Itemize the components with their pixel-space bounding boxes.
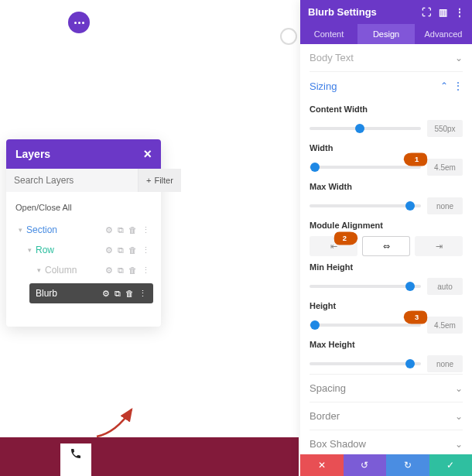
fab-more-button[interactable] bbox=[68, 12, 90, 33]
section-box-shadow[interactable]: Box Shadow ⌄ bbox=[310, 430, 463, 454]
save-button[interactable]: ✓ bbox=[429, 454, 473, 476]
gear-icon[interactable]: ⚙ bbox=[105, 245, 113, 255]
tree-column-row[interactable]: ▾Column ⚙ ⧉ 🗑 ⋮ bbox=[14, 260, 153, 280]
trash-icon[interactable]: 🗑 bbox=[128, 225, 137, 235]
section-label: Body Text bbox=[310, 52, 354, 63]
caret-down-icon: ▾ bbox=[26, 246, 32, 254]
bottom-bar bbox=[0, 437, 299, 476]
field-min-height: Min Height auto bbox=[310, 258, 463, 296]
height-value[interactable]: 4.5em bbox=[427, 317, 463, 334]
more-icon[interactable]: ⋮ bbox=[142, 225, 150, 235]
field-label: Max Width bbox=[310, 182, 463, 191]
plus-icon: + bbox=[146, 176, 151, 185]
field-height: Height 4.5em 3 bbox=[310, 296, 463, 335]
field-label: Max Height bbox=[310, 340, 463, 349]
content-width-value[interactable]: 550px bbox=[427, 120, 463, 137]
phone-icon bbox=[70, 447, 82, 460]
duplicate-icon[interactable]: ⧉ bbox=[118, 245, 124, 255]
layers-header: Layers × bbox=[6, 139, 161, 169]
tree-section-row[interactable]: ▾Section ⚙ ⧉ 🗑 ⋮ bbox=[14, 220, 153, 240]
align-left-button[interactable]: ⇤ bbox=[310, 236, 357, 256]
min-height-value[interactable]: auto bbox=[427, 278, 463, 295]
field-label: Width bbox=[310, 143, 463, 152]
settings-title: Blurb Settings bbox=[308, 6, 377, 18]
tree-row-row[interactable]: ▾Row ⚙ ⧉ 🗑 ⋮ bbox=[14, 240, 153, 260]
caret-down-icon: ▾ bbox=[36, 266, 42, 274]
caret-down-icon: ▾ bbox=[17, 226, 23, 234]
expand-icon[interactable]: ⛶ bbox=[422, 7, 431, 18]
blurb-label: Blurb bbox=[36, 288, 57, 299]
more-icon[interactable]: ⋮ bbox=[142, 265, 150, 276]
annotation-arrow bbox=[93, 402, 139, 440]
max-height-value[interactable]: none bbox=[427, 355, 463, 372]
row-label: Row bbox=[36, 245, 54, 255]
section-label: Box Shadow bbox=[310, 438, 366, 450]
trash-icon[interactable]: 🗑 bbox=[125, 289, 134, 299]
field-label: Content Width bbox=[310, 104, 463, 114]
field-label: Module Alignment bbox=[310, 221, 463, 230]
field-label: Min Height bbox=[310, 262, 463, 272]
section-label: Spacing bbox=[310, 382, 346, 394]
section-spacing[interactable]: Spacing ⌄ bbox=[310, 374, 463, 402]
tablet-icon[interactable]: ▥ bbox=[439, 7, 447, 18]
field-width: Width 4.5em 1 bbox=[310, 139, 463, 177]
more-icon[interactable]: ⋮ bbox=[139, 289, 147, 299]
align-center-button[interactable]: ⇔ bbox=[362, 236, 410, 256]
duplicate-icon[interactable]: ⧉ bbox=[115, 289, 121, 299]
section-label: Border bbox=[310, 410, 340, 422]
max-width-value[interactable]: none bbox=[427, 197, 463, 214]
height-slider[interactable] bbox=[310, 324, 421, 327]
content-width-slider[interactable] bbox=[310, 127, 421, 130]
section-body-text[interactable]: Body Text ⌄ bbox=[310, 44, 463, 71]
field-content-width: Content Width 550px bbox=[310, 100, 463, 139]
open-close-all[interactable]: Open/Close All bbox=[14, 200, 153, 220]
chevron-down-icon: ⌄ bbox=[455, 439, 463, 450]
max-width-slider[interactable] bbox=[310, 204, 421, 207]
section-label: Sizing bbox=[310, 80, 337, 92]
call-module-preview[interactable] bbox=[60, 443, 91, 476]
section-sizing[interactable]: Sizing ⌃ ⋮ bbox=[310, 71, 463, 100]
gear-icon[interactable]: ⚙ bbox=[105, 225, 113, 235]
edge-badge bbox=[280, 28, 297, 45]
redo-button[interactable]: ↻ bbox=[386, 454, 429, 476]
trash-icon[interactable]: 🗑 bbox=[128, 265, 137, 276]
more-icon[interactable]: ⋮ bbox=[453, 80, 463, 92]
duplicate-icon[interactable]: ⧉ bbox=[118, 225, 124, 235]
min-height-slider[interactable] bbox=[310, 285, 421, 288]
chevron-down-icon: ⌄ bbox=[455, 383, 463, 394]
layers-title: Layers bbox=[15, 148, 50, 160]
filter-label: Filter bbox=[154, 176, 173, 185]
undo-button[interactable]: ↺ bbox=[344, 454, 387, 476]
field-label: Height bbox=[310, 301, 463, 310]
column-label: Column bbox=[45, 265, 77, 276]
more-icon[interactable]: ⋮ bbox=[455, 7, 464, 18]
gear-icon[interactable]: ⚙ bbox=[105, 265, 113, 276]
width-value[interactable]: 4.5em bbox=[427, 159, 463, 176]
chevron-down-icon: ⌄ bbox=[455, 411, 463, 422]
align-right-button[interactable]: ⇥ bbox=[415, 236, 463, 256]
chevron-up-icon: ⌃ bbox=[440, 80, 448, 91]
filter-button[interactable]: + Filter bbox=[138, 169, 181, 192]
section-border[interactable]: Border ⌄ bbox=[310, 402, 463, 430]
save-bar: ✕ ↺ ↻ ✓ bbox=[300, 454, 472, 476]
tab-content[interactable]: Content bbox=[300, 24, 357, 44]
search-input[interactable] bbox=[6, 169, 138, 192]
more-icon[interactable]: ⋮ bbox=[142, 245, 150, 255]
duplicate-icon[interactable]: ⧉ bbox=[118, 265, 124, 276]
close-icon[interactable]: × bbox=[143, 146, 152, 163]
field-max-height: Max Height none bbox=[310, 335, 463, 374]
cancel-button[interactable]: ✕ bbox=[300, 454, 344, 476]
gear-icon[interactable]: ⚙ bbox=[102, 289, 110, 299]
width-slider[interactable] bbox=[310, 166, 421, 169]
tab-advanced[interactable]: Advanced bbox=[415, 24, 472, 44]
layers-search-row: + Filter bbox=[6, 169, 161, 192]
trash-icon[interactable]: 🗑 bbox=[128, 245, 137, 255]
field-module-alignment: Module Alignment ⇤ ⇔ ⇥ 2 bbox=[310, 216, 463, 258]
max-height-slider[interactable] bbox=[310, 362, 421, 365]
section-label: Section bbox=[26, 224, 57, 235]
settings-panel: Blurb Settings ⛶ ▥ ⋮ Content Design Adva… bbox=[300, 0, 472, 476]
tab-design[interactable]: Design bbox=[357, 24, 415, 44]
tree-blurb-row[interactable]: Blurb ⚙ ⧉ 🗑 ⋮ bbox=[29, 283, 153, 303]
ellipsis-icon bbox=[74, 22, 84, 24]
layers-panel: Layers × + Filter Open/Close All ▾Sectio… bbox=[6, 139, 161, 327]
